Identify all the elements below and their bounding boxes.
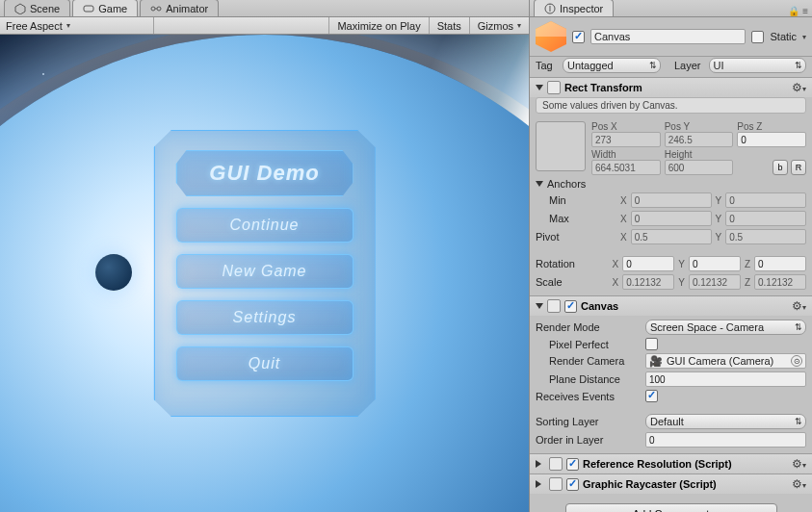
height-input[interactable] (665, 160, 734, 175)
rot-y[interactable] (689, 256, 741, 271)
gear-icon[interactable]: ⚙▾ (792, 457, 806, 471)
pivot-x[interactable] (631, 229, 712, 244)
tab-scene[interactable]: Scene (4, 0, 70, 16)
render-camera-label: Render Camera (549, 355, 642, 367)
order-in-layer-input[interactable] (645, 432, 806, 448)
layer-select[interactable]: UI (709, 58, 807, 73)
lock-icon[interactable]: 🔒 ≡ (788, 6, 808, 16)
anchors-fold-icon[interactable] (536, 181, 543, 187)
settings-button[interactable]: Settings (176, 300, 354, 335)
script-icon (549, 477, 563, 491)
canvas-enabled-checkbox[interactable] (564, 300, 577, 313)
anchors-label: Anchors (547, 178, 586, 190)
rot-x[interactable] (622, 256, 674, 271)
sorting-layer-label: Sorting Layer (536, 416, 642, 427)
canvas-title: Canvas (581, 300, 618, 312)
scale-z[interactable] (754, 274, 806, 290)
main-tabs: Scene Game Animator (0, 0, 529, 17)
posx-input[interactable] (591, 132, 661, 147)
refres-enabled-checkbox[interactable] (566, 458, 579, 471)
svg-text:i: i (549, 3, 551, 13)
layer-value: UI (714, 60, 724, 71)
continue-button[interactable]: Continue (176, 208, 354, 243)
scale-y[interactable] (689, 274, 741, 290)
gear-icon[interactable]: ⚙▾ (792, 81, 806, 94)
tag-value: Untagged (567, 60, 614, 71)
posy-label: Pos Y (665, 121, 734, 132)
gear-icon[interactable]: ⚙▾ (792, 477, 806, 491)
graphic-raycaster-header[interactable]: Graphic Raycaster (Script) ⚙▾ (530, 474, 812, 494)
pivot-y[interactable] (725, 229, 806, 244)
anchor-min-x[interactable] (631, 192, 712, 208)
aspect-label: Free Aspect (6, 20, 63, 32)
script-icon (549, 457, 563, 471)
gear-icon[interactable]: ⚙▾ (792, 299, 806, 313)
anchor-max-label: Max (549, 213, 616, 224)
anchor-max-x[interactable] (631, 211, 712, 226)
new-game-button[interactable]: New Game (176, 254, 354, 289)
receives-events-label: Receives Events (536, 391, 642, 402)
order-in-layer-label: Order in Layer (536, 434, 642, 446)
posy-input[interactable] (665, 132, 734, 147)
tab-scene-label: Scene (30, 3, 60, 14)
anchor-max-y[interactable] (725, 211, 806, 226)
plane-distance-label: Plane Distance (549, 373, 642, 385)
tab-inspector[interactable]: i Inspector (534, 0, 614, 16)
width-input[interactable] (591, 160, 661, 175)
object-picker-icon[interactable]: ⊙ (791, 355, 802, 367)
object-name-input[interactable] (590, 29, 746, 44)
render-camera-field[interactable]: 🎥GUI Camera (Camera)⊙ (645, 353, 806, 369)
plane-distance-input[interactable] (645, 371, 806, 387)
rect-transform-icon (547, 81, 561, 94)
height-label: Height (665, 149, 734, 160)
tag-label: Tag (536, 60, 559, 71)
maximize-on-play-button[interactable]: Maximize on Play (328, 17, 428, 34)
tab-animator[interactable]: Animator (140, 0, 219, 16)
raw-button[interactable]: R (791, 160, 806, 175)
blueprint-button[interactable]: b (773, 160, 788, 175)
svg-point-2 (157, 7, 161, 11)
fold-icon (536, 85, 543, 90)
sorting-layer-select[interactable]: Default (645, 414, 806, 429)
canvas-header[interactable]: Canvas ⚙▾ (530, 296, 812, 316)
reference-resolution-section: Reference Resolution (Script) ⚙▾ (530, 453, 812, 474)
sorting-layer-value: Default (650, 416, 684, 427)
stats-button[interactable]: Stats (429, 17, 469, 34)
canvas-icon (547, 299, 561, 313)
anchor-min-y[interactable] (725, 192, 806, 208)
quit-button[interactable]: Quit (176, 346, 354, 381)
anchor-preset[interactable] (536, 121, 586, 171)
static-dropdown-icon[interactable]: ▾ (802, 33, 806, 41)
receives-events-checkbox[interactable] (645, 390, 658, 402)
tab-game[interactable]: Game (72, 0, 138, 16)
menu-panel: GUI Demo Continue New Game Settings Quit (154, 130, 376, 417)
aspect-select[interactable]: Free Aspect (0, 17, 154, 34)
tag-select[interactable]: Untagged (563, 58, 661, 73)
add-component-button[interactable]: Add Component (565, 503, 777, 512)
render-mode-select[interactable]: Screen Space - Camera (645, 320, 806, 335)
gizmos-button[interactable]: Gizmos (469, 17, 529, 34)
game-toolbar: Free Aspect Maximize on Play Stats Gizmo… (0, 17, 529, 35)
rect-transform-header[interactable]: Rect Transform ⚙▾ (530, 78, 812, 97)
rotation-label: Rotation (536, 258, 609, 269)
moon (95, 254, 132, 291)
pixel-perfect-checkbox[interactable] (645, 338, 658, 350)
scale-x[interactable] (622, 274, 674, 290)
reference-resolution-header[interactable]: Reference Resolution (Script) ⚙▾ (530, 454, 812, 474)
raycaster-enabled-checkbox[interactable] (566, 478, 579, 491)
animator-icon (150, 3, 162, 14)
gameobject-icon[interactable] (536, 21, 566, 52)
anchor-min-label: Min (549, 194, 616, 206)
posz-input[interactable] (737, 132, 806, 147)
tab-inspector-label: Inspector (560, 3, 603, 14)
render-mode-label: Render Mode (536, 321, 642, 333)
object-header: Static ▾ (530, 17, 812, 57)
graphic-raycaster-title: Graphic Raycaster (Script) (583, 478, 717, 490)
static-checkbox[interactable] (751, 31, 764, 43)
rect-transform-section: Rect Transform ⚙▾ Some values driven by … (530, 77, 812, 295)
active-checkbox[interactable] (572, 31, 585, 43)
scene-icon (14, 3, 26, 14)
pixel-perfect-label: Pixel Perfect (549, 339, 642, 350)
gizmos-label: Gizmos (478, 20, 513, 32)
rot-z[interactable] (754, 256, 806, 271)
